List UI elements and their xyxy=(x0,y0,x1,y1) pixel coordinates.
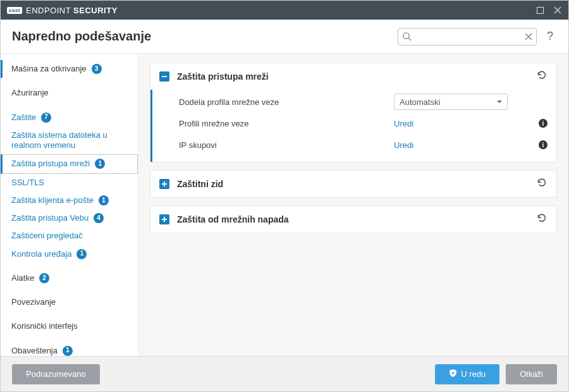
sidebar-item-label: Ažuriranje xyxy=(11,88,49,98)
sidebar-item-tools[interactable]: Alatke 2 xyxy=(1,269,138,287)
sidebar-badge: 7 xyxy=(41,113,51,123)
body: Mašina za otkrivanje 3 Ažuriranje Zaštit… xyxy=(1,54,568,356)
sidebar-item-label: Kontrola uređaja xyxy=(11,249,71,259)
default-button[interactable]: Podrazumevano xyxy=(12,364,100,384)
undo-icon[interactable] xyxy=(536,177,548,191)
titlebar: eset ENDPOINT SECURITY xyxy=(1,1,568,20)
shield-icon xyxy=(449,369,457,379)
row-label: IP skupovi xyxy=(179,140,394,150)
edit-profiles-link[interactable]: Uredi xyxy=(394,119,413,128)
brand-badge: eset xyxy=(7,7,22,14)
sidebar-item-label: Povezivanje xyxy=(11,297,56,307)
row-control: Uredi i xyxy=(394,119,548,128)
sidebar-item-device-control[interactable]: Kontrola uređaja 1 xyxy=(1,245,138,263)
undo-icon[interactable] xyxy=(536,212,548,226)
row-profiles: Profili mrežne veze Uredi i xyxy=(179,113,548,134)
panel-title: Zaštita od mrežnih napada xyxy=(177,214,529,224)
edit-ipsets-link[interactable]: Uredi xyxy=(394,140,413,150)
panel-attack-protection: Zaštita od mrežnih napada xyxy=(150,205,557,233)
panel-header[interactable]: Zaštita od mrežnih napada xyxy=(150,206,556,233)
header: Napredno podešavanje ? xyxy=(1,20,568,54)
sidebar-item-label: Korisnički interfejs xyxy=(11,321,78,331)
row-control: Uredi i xyxy=(394,140,548,150)
brand-text-bold: SECURITY xyxy=(73,6,118,15)
row-label: Profili mrežne veze xyxy=(179,119,394,128)
sidebar-badge: 2 xyxy=(39,273,49,283)
brand-text-light: ENDPOINT xyxy=(26,6,73,15)
footer: Podrazumevano U redu Otkaži xyxy=(1,356,568,391)
content: Zaštita pristupa mreži Dodela profila mr… xyxy=(138,54,568,356)
sidebar-item-label: Zaštita sistema datoteka u realnom vreme… xyxy=(11,130,129,151)
panel-header[interactable]: Zaštita pristupa mreži xyxy=(150,63,556,90)
brand-text: ENDPOINT SECURITY xyxy=(26,6,118,15)
info-icon[interactable]: i xyxy=(539,140,548,149)
sidebar-item-network-access[interactable]: Zaštita pristupa mreži 1 xyxy=(1,154,138,173)
panel-header[interactable]: Zaštitni zid xyxy=(150,171,556,197)
brand: eset ENDPOINT SECURITY xyxy=(7,6,118,15)
info-icon[interactable]: i xyxy=(539,119,548,128)
app-window: eset ENDPOINT SECURITY Napredno podešava… xyxy=(0,0,569,392)
expand-icon[interactable] xyxy=(159,214,169,224)
sidebar-item-email-client[interactable]: Zaštita klijenta e-pošte 1 xyxy=(1,192,138,209)
collapse-icon[interactable] xyxy=(159,71,169,82)
search-icon xyxy=(402,32,412,44)
sidebar-badge: 4 xyxy=(94,213,104,223)
panel-network-access: Zaštita pristupa mreži Dodela profila mr… xyxy=(150,63,557,162)
sidebar-badge: 3 xyxy=(92,64,102,74)
clear-search-icon[interactable] xyxy=(525,32,532,43)
svg-rect-0 xyxy=(537,7,543,13)
window-controls xyxy=(535,6,562,15)
search-input[interactable] xyxy=(398,28,537,46)
sidebar-item-secure-browser[interactable]: Zaštićeni pregledač xyxy=(1,227,138,245)
row-ip-sets: IP skupovi Uredi i xyxy=(179,134,548,156)
sidebar-badge: 1 xyxy=(95,159,105,169)
svg-rect-2 xyxy=(162,76,167,77)
cancel-button[interactable]: Otkaži xyxy=(506,364,557,384)
sidebar-item-ssl-tls[interactable]: SSL/TLS xyxy=(1,174,138,192)
svg-rect-6 xyxy=(164,217,165,222)
panel-title: Zaštita pristupa mreži xyxy=(177,71,529,82)
sidebar-item-label: Zaštićeni pregledač xyxy=(11,231,83,241)
sidebar-item-label: Zaštita pristupa mreži xyxy=(11,159,90,169)
sidebar-item-label: Alatke xyxy=(11,273,34,283)
sidebar: Mašina za otkrivanje 3 Ažuriranje Zaštit… xyxy=(1,54,138,356)
panel-title: Zaštitni zid xyxy=(177,179,529,189)
sidebar-item-label: Zaštite xyxy=(11,113,36,123)
sidebar-item-detection-engine[interactable]: Mašina za otkrivanje 3 xyxy=(1,60,138,78)
sidebar-item-web-access[interactable]: Zaštita pristupa Vebu 4 xyxy=(1,209,138,227)
sidebar-item-label: Mašina za otkrivanje xyxy=(11,64,87,74)
row-control: Automatski xyxy=(394,94,548,110)
panel-firewall: Zaštitni zid xyxy=(150,170,557,198)
page-title: Napredno podešavanje xyxy=(12,29,398,44)
sidebar-item-update[interactable]: Ažuriranje xyxy=(1,84,138,102)
ok-button[interactable]: U redu xyxy=(435,364,499,384)
sidebar-item-ui[interactable]: Korisnički interfejs xyxy=(1,317,138,335)
close-button[interactable] xyxy=(553,6,562,15)
profile-assign-select[interactable]: Automatski xyxy=(394,94,508,110)
sidebar-item-realtime-fs[interactable]: Zaštita sistema datoteka u realnom vreme… xyxy=(1,126,138,155)
select-value: Automatski xyxy=(400,97,440,107)
sidebar-item-label: Obaveštenja xyxy=(11,346,58,356)
sidebar-item-label: SSL/TLS xyxy=(11,178,44,188)
expand-icon[interactable] xyxy=(159,179,169,189)
ok-button-label: U redu xyxy=(461,369,486,379)
row-profile-assign: Dodela profila mrežne veze Automatski xyxy=(179,91,548,113)
sidebar-badge: 1 xyxy=(99,195,109,205)
sidebar-item-protections[interactable]: Zaštite 7 xyxy=(1,109,138,126)
svg-rect-4 xyxy=(164,181,165,187)
help-button[interactable]: ? xyxy=(543,30,557,43)
row-label: Dodela profila mrežne veze xyxy=(179,97,394,107)
maximize-button[interactable] xyxy=(535,6,544,15)
sidebar-item-label: Zaštita klijenta e-pošte xyxy=(11,195,94,205)
search-wrap xyxy=(398,28,537,46)
sidebar-item-notifications[interactable]: Obaveštenja 1 xyxy=(1,342,138,357)
svg-point-1 xyxy=(403,32,409,38)
sidebar-item-connection[interactable]: Povezivanje xyxy=(1,293,138,311)
undo-icon[interactable] xyxy=(536,70,548,83)
sidebar-item-label: Zaštita pristupa Vebu xyxy=(11,213,89,223)
sidebar-badge: 1 xyxy=(76,249,87,259)
panel-body: Dodela profila mrežne veze Automatski Pr… xyxy=(150,90,556,162)
sidebar-badge: 1 xyxy=(63,346,73,356)
